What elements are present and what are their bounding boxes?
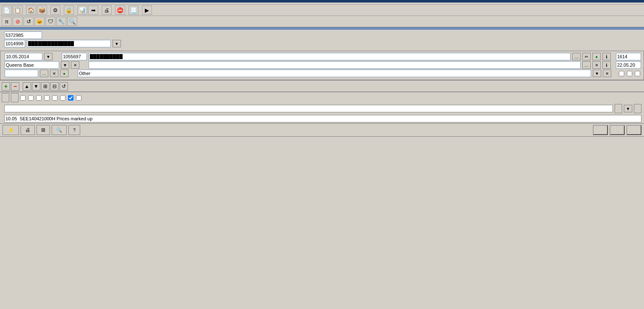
cash-checkbox-label[interactable] [619,71,625,76]
selection-btn[interactable] [2,93,9,102]
product-contractor-checkbox[interactable] [36,95,42,101]
structure-btn[interactable]: ⊞ [37,125,50,135]
toolbar2-btn-6[interactable]: 🔧 [56,17,66,26]
supplier-green-btn[interactable]: ● [592,53,601,60]
definitely-label[interactable] [635,71,641,76]
toolbar2-btn-3[interactable]: ↺ [24,17,34,26]
toolbar-1: 📄 📋 🏠 📦 ⚙ 🔒 📊 ➡ 🖨 ⛔ 📃 ▶ [0,5,644,16]
supplier-id-input[interactable] [62,53,87,60]
ccd-checkbox[interactable] [52,95,58,101]
help-browse-btn[interactable]: 🔍 [52,125,67,135]
articles-logistics-checkbox[interactable] [68,95,73,101]
toolbar-btn-9[interactable]: 🖨 [102,5,112,15]
cash-checkbox[interactable] [619,71,624,76]
toolbar2-btn-7[interactable]: 🔍 [67,17,77,26]
cancel-btn[interactable] [626,125,641,135]
enterprise-filter-label[interactable] [28,95,34,101]
toolbar-btn-11[interactable]: 📃 [128,5,139,15]
commands-btn[interactable]: ⚡ [3,125,19,135]
comments-row [0,114,644,123]
product-contractor-filter-label[interactable] [36,95,42,101]
issues-btn[interactable] [11,93,18,102]
stickers-btn[interactable] [615,104,622,113]
invoice-input[interactable] [616,53,641,60]
price-fc-checkbox[interactable] [44,95,50,101]
made-to-order-checkbox[interactable] [60,95,65,101]
price-fc-filter-label[interactable] [44,95,50,101]
toolbar2-btn-2[interactable]: ⊘ [13,17,23,26]
status-bar [0,136,644,138]
toolbar2-btn-1[interactable]: π [2,17,12,26]
employee-browse-btn[interactable]: … [40,70,48,77]
print-btn[interactable]: 🖨 [21,125,35,135]
employee-clear-btn[interactable]: ✕ [50,70,58,77]
definitely-checkbox[interactable] [635,71,640,76]
services-checkbox[interactable] [76,95,81,101]
toolbar-btn-8[interactable]: ➡ [88,5,98,15]
ok-btn[interactable] [593,125,608,135]
form-area: ▼ [0,30,644,50]
expected-dropdown-btn[interactable]: ▼ [44,53,52,60]
ccd-filter-label[interactable] [52,95,58,101]
employee-green-btn[interactable]: ● [60,70,68,77]
toolbar-btn-6[interactable]: 🔒 [64,5,74,15]
company-id-input[interactable] [4,40,25,47]
toolbar-btn-2[interactable]: 📋 [13,5,23,15]
toolbar-btn-1[interactable]: 📄 [2,5,12,15]
expected-at-input[interactable] [5,53,42,60]
articles-logistics-filter-label[interactable] [68,95,74,101]
sort-btn[interactable]: ⊞ [41,82,50,91]
move-up-btn[interactable]: ▲ [23,82,31,91]
toolbar2-btn-4[interactable]: 🐱 [34,17,45,26]
refresh-btn[interactable]: ↺ [60,82,68,91]
stickers-dropdown-btn[interactable]: ▼ [624,105,632,112]
action-bar: ⚡ 🖨 ⊞ 🔍 ? [0,123,644,136]
supplier-browse-btn[interactable]: … [572,53,581,60]
help-btn[interactable]: ? [68,125,80,135]
toolbar-btn-10[interactable]: ⛔ [115,5,125,15]
history-btn[interactable] [634,104,641,113]
toolbar-btn-7[interactable]: 📊 [77,5,87,15]
supplier-edit-btn[interactable]: ✏ [582,53,591,60]
storage-clear-btn[interactable]: ✕ [71,61,79,69]
driver-clear-btn[interactable]: ✕ [592,61,601,69]
remove-row-btn[interactable]: − [11,82,19,91]
company-name-input[interactable] [27,40,111,47]
comments-input[interactable] [4,115,641,122]
driver-info-btn[interactable]: ℹ [602,61,611,69]
toolbar-btn-5[interactable]: ⚙ [50,5,60,15]
for-storage-row: ▼ [0,103,644,114]
enterprise-filter-checkbox[interactable] [28,95,34,101]
toolbar-btn-12[interactable]: ▶ [142,5,152,15]
company-dropdown-btn[interactable]: ▼ [113,40,121,47]
add-row-btn[interactable]: + [2,82,10,91]
delivery-filter-label[interactable] [20,95,26,101]
supplier-name-input[interactable] [89,53,571,60]
supporting-doc-input[interactable] [78,70,591,77]
bottom-filters [0,92,644,103]
storage-dropdown-btn[interactable]: ▼ [61,61,69,69]
toolbar2-btn-5[interactable]: 🛡 [45,17,55,26]
supplier-info-btn[interactable]: ℹ [602,53,611,60]
driver-browse-btn[interactable]: … [582,61,591,69]
services-filter-label[interactable] [76,95,82,101]
save-btn[interactable] [610,125,625,135]
made-to-order-filter-label[interactable] [60,95,66,101]
supporting-doc-clear-btn[interactable]: ✕ [603,70,611,77]
accept-on-flow-checkbox[interactable] [627,71,632,76]
accept-on-flow-label[interactable] [627,71,633,76]
toolbar-btn-3[interactable]: 🏠 [26,5,36,15]
filter-btn[interactable]: ⊟ [50,82,59,91]
doc-number-input[interactable] [4,31,42,39]
delivery-filter-checkbox[interactable] [20,95,26,101]
supporting-doc-dropdown-btn[interactable]: ▼ [593,70,601,77]
move-down-btn[interactable]: ▼ [32,82,40,91]
invoice-date-input[interactable] [616,61,641,69]
driver-input[interactable] [89,61,581,69]
toolbar-btn-4[interactable]: 📦 [37,5,47,15]
employee-input[interactable] [5,70,38,77]
storage-name-input[interactable] [5,61,59,69]
for-storage-input[interactable] [4,105,613,112]
toolbar-2: π ⊘ ↺ 🐱 🛡 🔧 🔍 [0,16,644,27]
grid-toolbar: + − ▲ ▼ ⊞ ⊟ ↺ [0,81,644,92]
